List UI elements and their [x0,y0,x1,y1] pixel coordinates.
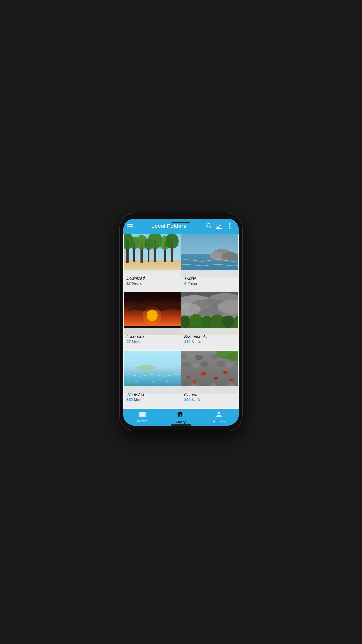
folder-facebook-count-row: 27 Media [126,340,178,344]
top-bar-actions: ⋮ [205,221,235,232]
svg-point-55 [200,361,208,367]
svg-point-58 [226,362,233,367]
folder-twitter-media-label: Media [187,281,197,286]
svg-point-56 [209,363,216,368]
folder-item-screenshots[interactable]: Screenshots 110 Media [181,292,239,350]
nav-item-camera[interactable]: Camera [132,410,152,424]
folder-twitter-count-row: 4 Media [184,281,236,286]
folder-download-count: 17 [126,281,131,286]
svg-point-22 [210,252,222,259]
folder-whatsapp-info: WhatsApp 652 Media [124,386,181,408]
svg-point-43 [137,365,155,370]
phone-device: Local Folders ⋮ [120,214,242,431]
folder-screenshots-name: Screenshots [184,334,236,339]
folder-item-facebook[interactable]: Facebook 27 Media [123,292,181,350]
more-options-icon[interactable]: ⋮ [225,221,235,232]
folder-camera-count: 129 [184,398,191,402]
folder-download-info: Download 17 Media [124,270,181,292]
phone-screen: Local Folders ⋮ [123,219,239,426]
menu-icon[interactable] [127,224,133,228]
bottom-nav: Camera Gallery Accounts [123,409,239,426]
folder-twitter-name: Twitter [184,276,236,281]
svg-point-67 [223,371,228,374]
svg-point-47 [195,355,203,360]
folder-download-media-label: Media [132,281,141,286]
camera-nav-label: Camera [137,419,147,423]
camera-nav-icon [139,411,146,419]
svg-line-1 [210,227,211,228]
folder-camera-name: Camera [184,392,236,397]
top-bar: Local Folders ⋮ [123,219,239,234]
folder-twitter-info: Twitter 4 Media [181,270,238,292]
svg-point-68 [187,376,190,378]
side-button [242,266,243,281]
folders-grid: Download 17 Media [123,234,239,409]
folder-download-thumbnail [124,234,181,274]
image-view-icon[interactable] [216,224,222,229]
folder-item-whatsapp[interactable]: WhatsApp 652 Media [123,350,181,409]
folder-item-camera[interactable]: Camera 129 Media [181,350,239,409]
page-title: Local Folders [133,223,205,229]
folder-whatsapp-media-label: Media [134,398,144,402]
gallery-nav-icon [176,410,184,420]
folder-screenshots-count: 110 [184,340,191,344]
folder-facebook-info: Facebook 27 Media [124,328,181,350]
folder-download-count-row: 17 Media [126,281,178,286]
svg-point-69 [229,379,234,381]
folder-item-twitter[interactable]: Twitter 4 Media [181,234,239,292]
svg-point-57 [216,361,225,367]
nav-item-gallery[interactable]: Gallery [170,409,190,425]
folder-camera-info: Camera 129 Media [181,386,238,408]
nav-item-accounts[interactable]: Accounts [208,410,230,424]
svg-point-53 [182,362,191,367]
svg-point-65 [214,377,218,379]
folder-facebook-media-label: Media [132,340,141,344]
folder-twitter-count: 4 [184,281,186,286]
folder-screenshots-media-label: Media [192,340,201,344]
folder-whatsapp-count-row: 652 Media [126,398,178,402]
folder-download-name: Download [126,276,178,281]
accounts-nav-label: Accounts [213,420,225,423]
svg-point-54 [192,363,200,368]
svg-point-48 [203,354,210,358]
folder-screenshots-count-row: 110 Media [184,340,236,344]
gallery-nav-label: Gallery [175,420,186,424]
folder-whatsapp-name: WhatsApp [126,392,178,397]
search-icon[interactable] [205,221,213,231]
svg-point-46 [188,353,194,357]
folder-facebook-name: Facebook [126,334,178,339]
folder-screenshots-info: Screenshots 110 Media [181,328,238,350]
folder-camera-count-row: 129 Media [184,398,236,402]
svg-point-21 [222,252,238,261]
folder-item-download[interactable]: Download 17 Media [123,234,181,292]
svg-point-38 [222,316,234,328]
svg-point-66 [193,380,196,382]
folder-facebook-count: 27 [126,340,131,344]
folder-whatsapp-count: 652 [126,398,133,402]
accounts-nav-icon [216,411,222,419]
folder-camera-media-label: Media [192,398,201,402]
